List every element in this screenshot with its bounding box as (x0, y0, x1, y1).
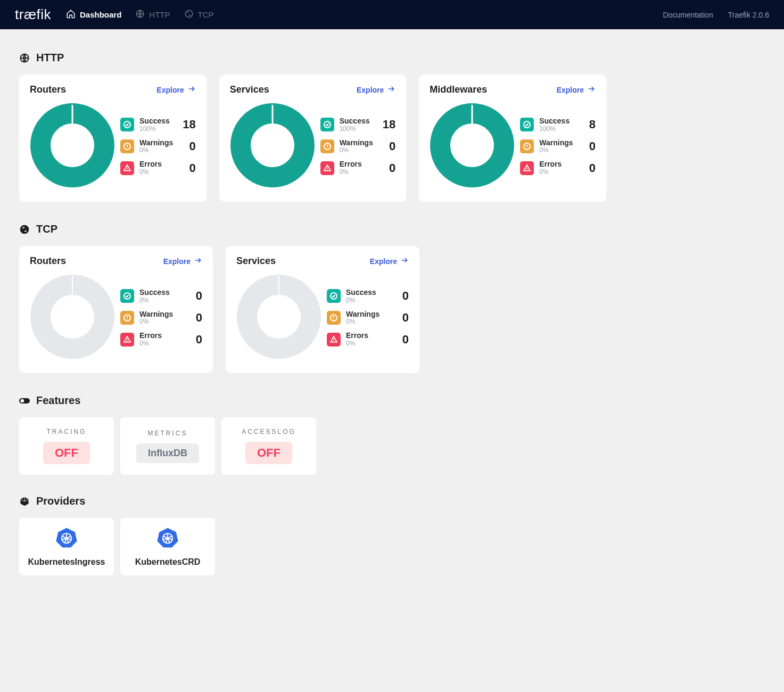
stats-list: Success0%0Warnings0%0Errors0%0 (120, 289, 202, 347)
donut-chart (30, 274, 115, 361)
stat-label: Errors (340, 160, 375, 168)
stat-pct: 0% (139, 340, 181, 347)
nav-left: træfik Dashboard HTTP TCP (15, 6, 214, 23)
card-header: MiddlewaresExplore (430, 84, 596, 95)
stat-value: 18 (379, 118, 395, 131)
provider-name: KubernetesCRD (135, 557, 201, 567)
stat-label: Warnings (139, 310, 181, 318)
error-icon (120, 333, 134, 347)
section-header-providers: Providers (19, 495, 606, 507)
toggle-icon (19, 396, 30, 406)
explore-link[interactable]: Explore (156, 85, 195, 95)
arrow-right-icon (387, 85, 395, 95)
stat-text: Warnings0% (346, 310, 387, 326)
stat-value: 0 (180, 161, 196, 175)
stat-value: 0 (180, 139, 196, 153)
stats-list: Success100%18Warnings0%0Errors0%0 (120, 117, 196, 176)
stat-text: Warnings0% (539, 139, 574, 154)
explore-link[interactable]: Explore (557, 85, 596, 95)
warning-icon (120, 311, 134, 325)
card-title: Services (236, 256, 276, 267)
nav-item-tcp[interactable]: TCP (184, 9, 214, 20)
stat-pct: 100% (139, 126, 175, 133)
stat-pct: 100% (539, 126, 574, 133)
warning-icon (520, 139, 534, 153)
success-icon (320, 118, 334, 131)
stat-pct: 0% (340, 147, 375, 154)
feature-card: ACCESSLOGOFF (221, 417, 316, 475)
stat-label: Warnings (139, 139, 175, 147)
kubernetes-icon (156, 526, 179, 551)
card-title: Middlewares (430, 84, 487, 95)
warning-icon (120, 139, 134, 153)
stat-value: 0 (379, 139, 395, 153)
feature-value: OFF (245, 442, 292, 464)
stat-label: Errors (346, 332, 387, 340)
explore-label: Explore (163, 257, 191, 266)
navbar: træfik Dashboard HTTP TCP D (0, 0, 784, 29)
section-title: TCP (36, 223, 57, 235)
arrow-right-icon (587, 85, 596, 95)
section-header-features: Features (19, 394, 606, 407)
stat-value: 0 (580, 161, 596, 175)
card-body: Success100%18Warnings0%0Errors0%0 (230, 103, 396, 190)
stat-row-success: Success100%18 (320, 117, 396, 133)
warning-icon (327, 311, 341, 325)
stat-value: 0 (393, 311, 409, 325)
provider-card: KubernetesIngress (19, 518, 114, 575)
nav-items: Dashboard HTTP TCP (66, 9, 214, 20)
stat-value: 8 (580, 118, 596, 131)
kubernetes-icon (55, 526, 78, 551)
stats-list: Success100%8Warnings0%0Errors0%0 (520, 117, 596, 176)
donut-chart (30, 103, 115, 190)
stat-text: Warnings0% (139, 310, 181, 326)
stat-text: Errors0% (139, 332, 181, 347)
stat-text: Success100% (139, 117, 175, 133)
stat-pct: 0% (346, 318, 387, 325)
stat-pct: 0% (139, 147, 175, 154)
stat-text: Warnings0% (340, 139, 375, 154)
section-header-http: HTTP (19, 52, 606, 64)
swap-icon (19, 224, 30, 235)
stat-text: Errors0% (346, 332, 387, 347)
error-icon (120, 161, 134, 175)
feature-title: METRICS (148, 430, 188, 437)
explore-link[interactable]: Explore (163, 256, 202, 266)
feature-card: METRICSInfluxDB (120, 417, 215, 475)
stat-text: Warnings0% (139, 139, 175, 154)
stat-label: Success (346, 289, 387, 296)
stat-text: Success0% (139, 289, 181, 304)
error-icon (327, 333, 341, 347)
explore-label: Explore (370, 257, 397, 266)
stat-row-success: Success100%18 (120, 117, 196, 133)
feature-value: OFF (43, 442, 90, 464)
card-title: Services (230, 84, 269, 95)
card-header: ServicesExplore (236, 256, 409, 267)
nav-item-dashboard[interactable]: Dashboard (66, 9, 121, 20)
home-icon (66, 9, 76, 20)
stat-value: 0 (186, 311, 202, 325)
stats-card: ServicesExploreSuccess0%0Warnings0%0Erro… (226, 246, 419, 373)
stat-label: Success (139, 289, 181, 296)
card-header: ServicesExplore (230, 84, 396, 95)
card-header: RoutersExplore (30, 256, 202, 267)
feature-title: ACCESSLOG (242, 428, 296, 435)
explore-link[interactable]: Explore (357, 85, 395, 95)
stats-list: Success100%18Warnings0%0Errors0%0 (320, 117, 396, 176)
nav-item-http[interactable]: HTTP (135, 9, 170, 20)
card-title: Routers (30, 256, 66, 267)
nav-label: HTTP (149, 10, 170, 19)
content: HTTP RoutersExploreSuccess100%18Warnings… (0, 29, 625, 597)
section-title: HTTP (36, 52, 64, 64)
stats-card: ServicesExploreSuccess100%18Warnings0%0E… (219, 75, 407, 202)
stat-value: 0 (393, 289, 409, 303)
documentation-link[interactable]: Documentation (663, 11, 713, 19)
arrow-right-icon (194, 256, 202, 266)
explore-link[interactable]: Explore (370, 256, 409, 266)
stat-pct: 0% (139, 297, 181, 304)
nav-right: Documentation Traefik 2.0.6 (663, 11, 769, 19)
stat-row-warning: Warnings0%0 (120, 139, 196, 154)
donut-chart (430, 103, 515, 190)
card-body: Success0%0Warnings0%0Errors0%0 (236, 274, 409, 361)
stat-row-success: Success100%8 (520, 117, 596, 133)
